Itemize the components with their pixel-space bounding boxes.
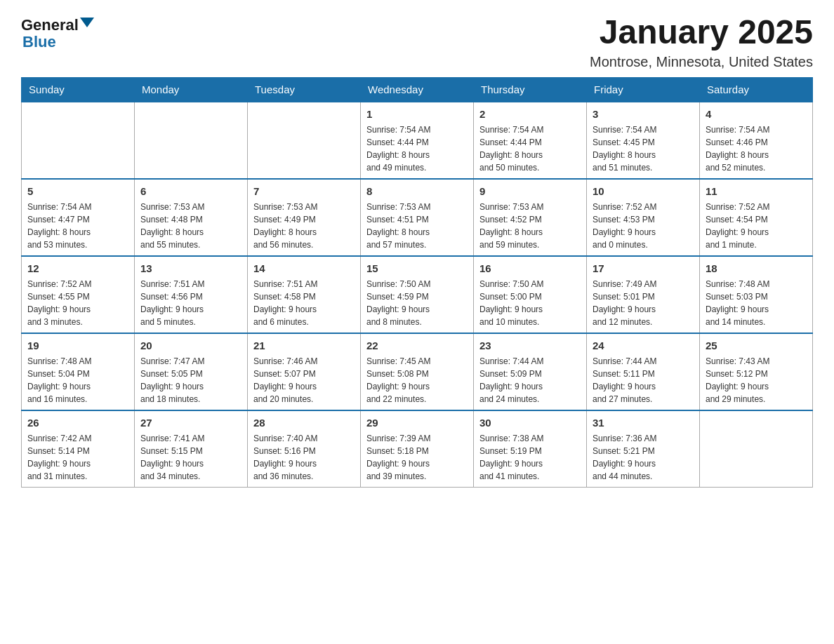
day-number: 3 bbox=[593, 107, 694, 122]
calendar-cell: 27Sunrise: 7:41 AM Sunset: 5:15 PM Dayli… bbox=[135, 410, 248, 488]
day-info: Sunrise: 7:39 AM Sunset: 5:18 PM Dayligh… bbox=[366, 432, 468, 483]
day-number: 6 bbox=[140, 184, 241, 199]
calendar-week-row: 5Sunrise: 7:54 AM Sunset: 4:47 PM Daylig… bbox=[22, 179, 813, 256]
day-number: 2 bbox=[479, 107, 581, 122]
day-number: 30 bbox=[479, 415, 581, 431]
calendar-week-row: 19Sunrise: 7:48 AM Sunset: 5:04 PM Dayli… bbox=[22, 333, 813, 410]
day-number: 26 bbox=[27, 415, 128, 431]
day-info: Sunrise: 7:53 AM Sunset: 4:48 PM Dayligh… bbox=[140, 201, 241, 251]
calendar-cell: 7Sunrise: 7:53 AM Sunset: 4:49 PM Daylig… bbox=[248, 179, 361, 256]
calendar-cell: 15Sunrise: 7:50 AM Sunset: 4:59 PM Dayli… bbox=[361, 256, 474, 333]
day-number: 31 bbox=[593, 415, 694, 431]
calendar-week-row: 1Sunrise: 7:54 AM Sunset: 4:44 PM Daylig… bbox=[22, 102, 813, 179]
day-number: 17 bbox=[593, 261, 694, 276]
day-info: Sunrise: 7:52 AM Sunset: 4:54 PM Dayligh… bbox=[706, 201, 807, 251]
day-number: 1 bbox=[366, 107, 468, 122]
day-info: Sunrise: 7:52 AM Sunset: 4:53 PM Dayligh… bbox=[593, 201, 694, 251]
location-subtitle: Montrose, Minnesota, United States bbox=[590, 54, 813, 70]
calendar-cell: 26Sunrise: 7:42 AM Sunset: 5:14 PM Dayli… bbox=[22, 410, 135, 488]
day-number: 20 bbox=[140, 338, 241, 354]
day-number: 22 bbox=[366, 338, 468, 354]
calendar-cell: 22Sunrise: 7:45 AM Sunset: 5:08 PM Dayli… bbox=[361, 333, 474, 410]
day-number: 11 bbox=[706, 184, 807, 199]
calendar-cell: 31Sunrise: 7:36 AM Sunset: 5:21 PM Dayli… bbox=[587, 410, 700, 488]
calendar-cell: 23Sunrise: 7:44 AM Sunset: 5:09 PM Dayli… bbox=[474, 333, 587, 410]
day-number: 16 bbox=[479, 261, 581, 276]
day-info: Sunrise: 7:45 AM Sunset: 5:08 PM Dayligh… bbox=[366, 355, 468, 405]
calendar-cell: 5Sunrise: 7:54 AM Sunset: 4:47 PM Daylig… bbox=[22, 179, 135, 256]
day-info: Sunrise: 7:51 AM Sunset: 4:58 PM Dayligh… bbox=[253, 278, 355, 328]
day-info: Sunrise: 7:54 AM Sunset: 4:44 PM Dayligh… bbox=[366, 123, 468, 174]
day-info: Sunrise: 7:54 AM Sunset: 4:45 PM Dayligh… bbox=[593, 123, 694, 174]
day-number: 14 bbox=[253, 261, 355, 276]
calendar-cell: 9Sunrise: 7:53 AM Sunset: 4:52 PM Daylig… bbox=[474, 179, 587, 256]
calendar-header-row: SundayMondayTuesdayWednesdayThursdayFrid… bbox=[22, 77, 813, 102]
day-number: 7 bbox=[253, 184, 355, 199]
calendar-cell: 18Sunrise: 7:48 AM Sunset: 5:03 PM Dayli… bbox=[700, 256, 813, 333]
day-number: 18 bbox=[706, 261, 807, 276]
calendar-cell: 3Sunrise: 7:54 AM Sunset: 4:45 PM Daylig… bbox=[587, 102, 700, 179]
logo-blue-text: Blue bbox=[22, 34, 56, 51]
calendar-cell: 12Sunrise: 7:52 AM Sunset: 4:55 PM Dayli… bbox=[22, 256, 135, 333]
day-info: Sunrise: 7:53 AM Sunset: 4:52 PM Dayligh… bbox=[479, 201, 581, 251]
calendar-cell bbox=[22, 102, 135, 179]
calendar-cell: 30Sunrise: 7:38 AM Sunset: 5:19 PM Dayli… bbox=[474, 410, 587, 488]
calendar-table: SundayMondayTuesdayWednesdayThursdayFrid… bbox=[21, 77, 813, 488]
day-info: Sunrise: 7:47 AM Sunset: 5:05 PM Dayligh… bbox=[140, 355, 241, 405]
calendar-cell bbox=[135, 102, 248, 179]
day-info: Sunrise: 7:49 AM Sunset: 5:01 PM Dayligh… bbox=[593, 278, 694, 328]
day-info: Sunrise: 7:40 AM Sunset: 5:16 PM Dayligh… bbox=[253, 432, 355, 483]
day-number: 24 bbox=[593, 338, 694, 354]
day-info: Sunrise: 7:53 AM Sunset: 4:51 PM Dayligh… bbox=[366, 201, 468, 251]
day-info: Sunrise: 7:54 AM Sunset: 4:44 PM Dayligh… bbox=[479, 123, 581, 174]
day-info: Sunrise: 7:53 AM Sunset: 4:49 PM Dayligh… bbox=[253, 201, 355, 251]
day-number: 15 bbox=[366, 261, 468, 276]
day-info: Sunrise: 7:38 AM Sunset: 5:19 PM Dayligh… bbox=[479, 432, 581, 483]
calendar-cell bbox=[700, 410, 813, 488]
day-of-week-header: Wednesday bbox=[361, 77, 474, 102]
logo: General Blue bbox=[21, 14, 94, 51]
day-number: 5 bbox=[27, 184, 128, 199]
calendar-week-row: 12Sunrise: 7:52 AM Sunset: 4:55 PM Dayli… bbox=[22, 256, 813, 333]
day-info: Sunrise: 7:48 AM Sunset: 5:04 PM Dayligh… bbox=[27, 355, 128, 405]
day-info: Sunrise: 7:36 AM Sunset: 5:21 PM Dayligh… bbox=[593, 432, 694, 483]
day-number: 23 bbox=[479, 338, 581, 354]
day-of-week-header: Sunday bbox=[22, 77, 135, 102]
day-info: Sunrise: 7:41 AM Sunset: 5:15 PM Dayligh… bbox=[140, 432, 241, 483]
day-of-week-header: Thursday bbox=[474, 77, 587, 102]
calendar-week-row: 26Sunrise: 7:42 AM Sunset: 5:14 PM Dayli… bbox=[22, 410, 813, 488]
title-area: January 2025 Montrose, Minnesota, United… bbox=[590, 14, 813, 70]
calendar-cell: 16Sunrise: 7:50 AM Sunset: 5:00 PM Dayli… bbox=[474, 256, 587, 333]
day-number: 13 bbox=[140, 261, 241, 276]
calendar-cell: 1Sunrise: 7:54 AM Sunset: 4:44 PM Daylig… bbox=[361, 102, 474, 179]
day-number: 4 bbox=[706, 107, 807, 122]
day-of-week-header: Saturday bbox=[700, 77, 813, 102]
day-number: 19 bbox=[27, 338, 128, 354]
calendar-cell bbox=[248, 102, 361, 179]
calendar-cell: 11Sunrise: 7:52 AM Sunset: 4:54 PM Dayli… bbox=[700, 179, 813, 256]
day-info: Sunrise: 7:54 AM Sunset: 4:47 PM Dayligh… bbox=[27, 201, 128, 251]
calendar-cell: 28Sunrise: 7:40 AM Sunset: 5:16 PM Dayli… bbox=[248, 410, 361, 488]
day-number: 25 bbox=[706, 338, 807, 354]
logo-triangle-icon bbox=[80, 18, 94, 27]
day-of-week-header: Tuesday bbox=[248, 77, 361, 102]
day-info: Sunrise: 7:44 AM Sunset: 5:11 PM Dayligh… bbox=[593, 355, 694, 405]
day-info: Sunrise: 7:50 AM Sunset: 4:59 PM Dayligh… bbox=[366, 278, 468, 328]
day-number: 10 bbox=[593, 184, 694, 199]
calendar-cell: 24Sunrise: 7:44 AM Sunset: 5:11 PM Dayli… bbox=[587, 333, 700, 410]
calendar-cell: 19Sunrise: 7:48 AM Sunset: 5:04 PM Dayli… bbox=[22, 333, 135, 410]
calendar-cell: 4Sunrise: 7:54 AM Sunset: 4:46 PM Daylig… bbox=[700, 102, 813, 179]
day-number: 21 bbox=[253, 338, 355, 354]
day-info: Sunrise: 7:44 AM Sunset: 5:09 PM Dayligh… bbox=[479, 355, 581, 405]
day-number: 12 bbox=[27, 261, 128, 276]
month-title: January 2025 bbox=[590, 14, 813, 51]
calendar-cell: 13Sunrise: 7:51 AM Sunset: 4:56 PM Dayli… bbox=[135, 256, 248, 333]
calendar-cell: 20Sunrise: 7:47 AM Sunset: 5:05 PM Dayli… bbox=[135, 333, 248, 410]
day-info: Sunrise: 7:52 AM Sunset: 4:55 PM Dayligh… bbox=[27, 278, 128, 328]
calendar-cell: 8Sunrise: 7:53 AM Sunset: 4:51 PM Daylig… bbox=[361, 179, 474, 256]
day-info: Sunrise: 7:42 AM Sunset: 5:14 PM Dayligh… bbox=[27, 432, 128, 483]
calendar-cell: 2Sunrise: 7:54 AM Sunset: 4:44 PM Daylig… bbox=[474, 102, 587, 179]
day-info: Sunrise: 7:54 AM Sunset: 4:46 PM Dayligh… bbox=[706, 123, 807, 174]
day-number: 27 bbox=[140, 415, 241, 431]
day-info: Sunrise: 7:50 AM Sunset: 5:00 PM Dayligh… bbox=[479, 278, 581, 328]
